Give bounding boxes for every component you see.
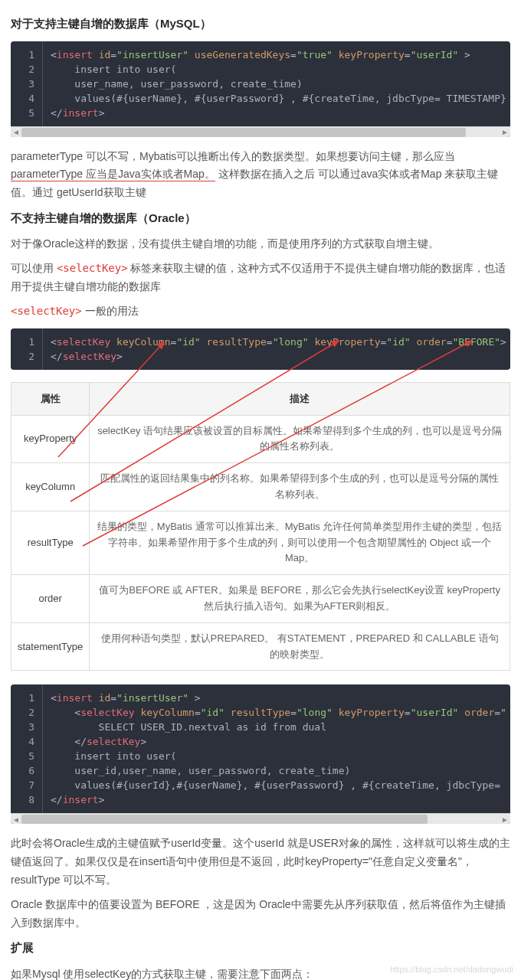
attributes-table: 属性 描述 keyPropertyselectKey 语句结果应该被设置的目标属… — [11, 382, 510, 671]
code-block-1: 12345 <insert id="insertUser" useGenerat… — [11, 41, 510, 137]
watermark: https://blog.csdn.net/dadongwudi — [390, 962, 513, 977]
underlined-text: parameterType 应当是Java实体或者Map。 — [11, 168, 215, 181]
table-header-attr: 属性 — [11, 382, 90, 415]
desc-cell: 值可为BEFORE 或 AFTER。如果是 BEFORE，那么它会先执行sele… — [90, 575, 510, 623]
attr-cell: keyProperty — [11, 415, 90, 463]
text: 可以使用 — [11, 262, 57, 274]
scroll-left-icon[interactable]: ◄ — [11, 127, 21, 138]
line-gutter: 12345 — [11, 41, 43, 126]
code-content: <insert id="insertUser" useGeneratedKeys… — [43, 41, 510, 126]
horizontal-scrollbar[interactable]: ◄ ► — [11, 813, 510, 824]
attr-cell: statementType — [11, 622, 90, 671]
table-row: statementType使用何种语句类型，默认PREPARED。 有STATE… — [11, 622, 510, 671]
heading-mysql: 对于支持主键自增的数据库（MySQL） — [11, 14, 510, 34]
table-row: order值可为BEFORE 或 AFTER。如果是 BEFORE，那么它会先执… — [11, 575, 510, 623]
code-content: <selectKey keyColumn="id" resultType="lo… — [43, 328, 510, 370]
desc-cell: selectKey 语句结果应该被设置的目标属性。如果希望得到多个生成的列，也可… — [90, 415, 510, 463]
code-block-2: 12 <selectKey keyColumn="id" resultType=… — [11, 328, 510, 370]
attr-cell: keyColumn — [11, 463, 90, 511]
code-content: <insert id="insertUser" > <selectKey key… — [43, 684, 510, 813]
table-row: keyColumn匹配属性的返回结果集中的列名称。如果希望得到多个生成的列，也可… — [11, 463, 510, 511]
paragraph: 可以使用 <selectKey> 标签来获取主键的值，这种方式不仅适用于不提供主… — [11, 260, 510, 296]
scrollbar-thumb[interactable] — [21, 128, 466, 137]
line-gutter: 12345678 — [11, 684, 43, 813]
desc-cell: 使用何种语句类型，默认PREPARED。 有STATEMENT，PREPARED… — [90, 622, 510, 671]
scrollbar-thumb[interactable] — [21, 815, 428, 824]
attr-cell: resultType — [11, 511, 90, 574]
table-row: resultType结果的类型，MyBatis 通常可以推算出来。MyBatis… — [11, 511, 510, 574]
paragraph: 对于像Oracle这样的数据，没有提供主键自增的功能，而是使用序列的方式获取自增… — [11, 235, 510, 253]
text: 一般的用法 — [82, 305, 139, 317]
attr-cell: order — [11, 575, 90, 623]
paragraph: <selectKey> 一般的用法 — [11, 302, 510, 321]
scroll-left-icon[interactable]: ◄ — [11, 814, 21, 825]
desc-cell: 结果的类型，MyBatis 通常可以推算出来。MyBatis 允许任何简单类型用… — [90, 511, 510, 574]
heading-oracle: 不支持主键自增的数据库（Oracle） — [11, 208, 510, 228]
code-block-3: 12345678 <insert id="insertUser" > <sele… — [11, 684, 510, 824]
line-gutter: 12 — [11, 328, 43, 370]
horizontal-scrollbar[interactable]: ◄ ► — [11, 126, 510, 137]
desc-cell: 匹配属性的返回结果集中的列名称。如果希望得到多个生成的列，也可以是逗号分隔的属性… — [90, 463, 510, 511]
table-header-desc: 描述 — [90, 382, 510, 415]
paragraph: Oracle 数据库中的值要设置为 BEFORE ，这是因为 Oracle中需要… — [11, 896, 510, 933]
paragraph: 此时会将Oracle生成的主键值赋予userId变量。这个userId 就是US… — [11, 835, 510, 889]
scroll-right-icon[interactable]: ► — [500, 127, 510, 138]
heading-extension: 扩展 — [11, 938, 510, 958]
paragraph: parameterType 可以不写，Mybatis可以推断出传入的数据类型。如… — [11, 148, 510, 202]
code-inline: <selectKey> — [57, 262, 128, 274]
table-row: keyPropertyselectKey 语句结果应该被设置的目标属性。如果希望… — [11, 415, 510, 463]
code-inline: <selectKey> — [11, 305, 82, 317]
text: parameterType 可以不写，Mybatis可以推断出传入的数据类型。如… — [11, 150, 455, 162]
scroll-right-icon[interactable]: ► — [500, 814, 510, 825]
